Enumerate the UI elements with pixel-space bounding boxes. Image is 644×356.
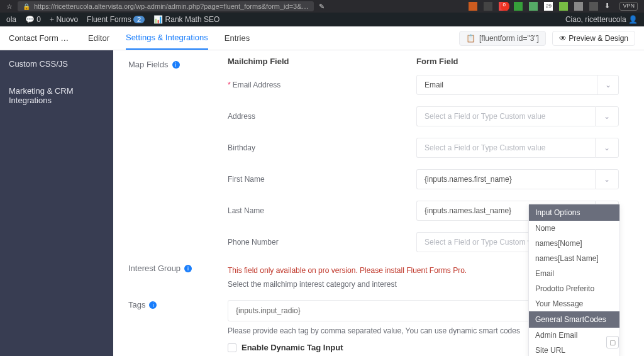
email-select[interactable]: Email ⌄	[416, 75, 619, 95]
shortcode-display[interactable]: 📋[fluentform id="3"]	[459, 31, 546, 46]
ext-icon[interactable]	[514, 2, 523, 11]
url-text: https://ricetterucola.altervista.org/wp-…	[34, 3, 309, 10]
address-input[interactable]: Select a Field or Type Custom value	[416, 106, 595, 126]
dropdown-header-general: General SmartCodes	[529, 311, 619, 328]
dropdown-option[interactable]: Email	[529, 266, 619, 281]
greeting[interactable]: Ciao, ricetterucola 👤	[565, 15, 638, 24]
vpn-indicator[interactable]: VPN	[619, 2, 638, 11]
chevron-down-icon: ⌄	[597, 75, 618, 94]
info-icon[interactable]: i	[184, 265, 192, 272]
chevron-down-icon: ⌄	[604, 143, 610, 152]
comments-link[interactable]: 💬 0	[25, 15, 41, 24]
settings-sidebar: Custom CSS/JS Marketing & CRM Integratio…	[0, 50, 113, 356]
dynamic-tag-checkbox[interactable]	[228, 343, 236, 352]
wp-admin-bar: ola 💬 0 + Nuovo Fluent Forms 2 📊 Rank Ma…	[0, 13, 644, 26]
info-icon[interactable]: i	[149, 301, 157, 309]
dynamic-tag-label: Enable Dynamic Tag Input	[242, 343, 343, 352]
dropdown-option[interactable]: Nome	[529, 221, 619, 236]
fluentforms-link[interactable]: Fluent Forms 2	[87, 15, 145, 24]
scroll-top-button[interactable]: ▢	[606, 336, 619, 348]
browser-chrome: ☆ 🔒 https://ricetterucola.altervista.org…	[0, 0, 644, 13]
firstname-dropdown[interactable]: ⌄	[595, 169, 619, 189]
rankmath-link[interactable]: 📊 Rank Math SEO	[153, 15, 219, 24]
ext-icon[interactable]	[469, 2, 477, 11]
ext-icon[interactable]	[529, 2, 538, 11]
dropdown-option[interactable]: names[Nome]	[529, 236, 619, 251]
dropdown-option[interactable]: names[Last Name]	[529, 251, 619, 266]
ext-icon[interactable]	[574, 2, 583, 11]
chevron-down-icon: ⌄	[604, 175, 610, 184]
tab-settings[interactable]: Settings & Integrations	[126, 26, 208, 50]
map-row-birthday: Birthday Select a Field or Type Custom v…	[128, 138, 619, 158]
sidebar-item-marketing[interactable]: Marketing & CRM Integrations	[0, 77, 113, 114]
download-icon[interactable]: ⬇	[604, 2, 613, 11]
firstname-input[interactable]: {inputs.names.first_name}	[416, 169, 595, 189]
sidebar-item-custom-css[interactable]: Custom CSS/JS	[0, 50, 113, 77]
dropdown-header-input: Input Options	[529, 204, 619, 221]
map-row-firstname: First Name {inputs.names.first_name} ⌄	[128, 169, 619, 189]
map-fields-label: Map Fields i	[128, 60, 228, 69]
lock-icon: 🔒	[23, 3, 30, 10]
map-row-address: Address Select a Field or Type Custom va…	[128, 106, 619, 126]
copy-icon: 📋	[466, 34, 475, 43]
dropdown-option[interactable]: Your Message	[529, 296, 619, 311]
address-dropdown[interactable]: ⌄	[595, 106, 619, 126]
birthday-dropdown[interactable]: ⌄	[595, 138, 619, 158]
extension-icons: 0 29 ⬇ VPN	[469, 2, 638, 11]
preview-button[interactable]: 👁 Preview & Design	[552, 31, 635, 46]
ext-icon[interactable]: 29	[544, 2, 553, 11]
dropdown-option[interactable]: Prodotto Preferito	[529, 281, 619, 296]
form-title: Contact Form Demo ...	[9, 33, 72, 43]
birthday-input[interactable]: Select a Field or Type Custom value	[416, 138, 595, 158]
bookmark-icon[interactable]: ☆	[6, 3, 13, 11]
tab-editor[interactable]: Editor	[88, 27, 109, 49]
tab-entries[interactable]: Entries	[225, 27, 250, 49]
smartcode-dropdown: Input Options Nome names[Nome] names[Las…	[528, 204, 620, 356]
interest-group-label: Interest Group i	[128, 264, 228, 273]
url-bar[interactable]: 🔒 https://ricetterucola.altervista.org/w…	[18, 1, 314, 11]
edit-icon[interactable]: ✎	[319, 3, 325, 11]
info-icon[interactable]: i	[172, 61, 180, 69]
chevron-down-icon: ⌄	[604, 112, 610, 121]
new-content-link[interactable]: + Nuovo	[50, 15, 78, 24]
ext-icon[interactable]: 0	[499, 2, 508, 11]
ext-icon[interactable]	[589, 2, 598, 11]
form-nav-bar: Contact Form Demo ... Editor Settings & …	[0, 26, 644, 50]
tags-label: Tags i	[128, 300, 228, 309]
map-row-email: *Email Address Email ⌄	[128, 75, 619, 95]
ext-icon[interactable]	[484, 2, 492, 11]
mailchimp-field-header: Mailchimp Field	[228, 57, 416, 66]
required-asterisk: *	[228, 81, 231, 89]
form-field-header: Form Field	[416, 57, 619, 66]
wp-site-name[interactable]: ola	[6, 15, 16, 24]
main-content: Map Fields i Mailchimp Field Form Field …	[113, 50, 644, 356]
ext-icon[interactable]	[559, 2, 568, 11]
